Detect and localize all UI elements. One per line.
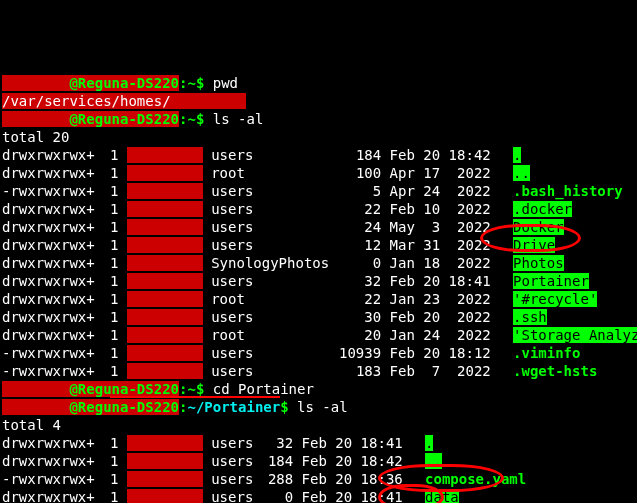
ls-links: 1 (100, 218, 118, 236)
ls-perm: drwxrwxrwx+ (2, 290, 92, 308)
redacted-block (127, 327, 203, 343)
prompt-path-home: ~ (187, 111, 195, 127)
ls-name: .docker (513, 201, 572, 217)
ls-perm: drwxrwxrwx+ (2, 488, 92, 503)
cmd-cd[interactable]: cd Portainer (213, 381, 314, 397)
ls-total-2: total 4 (2, 417, 61, 433)
ls-date: Jan 18 2022 (390, 254, 505, 272)
ls-name: . (425, 435, 433, 451)
redacted-block (127, 471, 203, 487)
redacted-block (2, 111, 69, 127)
ls-name: .. (513, 165, 530, 181)
redacted-block (127, 273, 203, 289)
redacted-block (127, 201, 203, 217)
ls-name: . (513, 147, 521, 163)
prompt-path-home: ~ (187, 381, 195, 397)
ls-group: root (211, 290, 331, 308)
ls-perm: drwxrwxrwx+ (2, 200, 92, 218)
cmd-pwd[interactable]: pwd (213, 75, 238, 91)
prompt-user-host: @Reguna-DS220 (69, 399, 179, 415)
ls-date: Feb 20 18:42 (302, 452, 417, 470)
ls-date: May 3 2022 (390, 218, 505, 236)
ls-size: 184 (261, 452, 293, 470)
redacted-block (127, 255, 203, 271)
cmd-ls-al-2[interactable]: ls -al (297, 399, 348, 415)
ls-links: 1 (100, 236, 118, 254)
ls-group: users (211, 272, 331, 290)
ls-perm: drwxrwxrwx+ (2, 218, 92, 236)
ls-group: root (211, 164, 331, 182)
ls-date: Feb 20 18:41 (302, 488, 417, 503)
prompt-path-portainer: ~/Portainer (187, 399, 280, 415)
ls-size: 183 (331, 362, 381, 380)
ls-size: 184 (331, 146, 381, 164)
redacted-block (127, 345, 203, 361)
ls-group: users (211, 200, 331, 218)
ls-date: Feb 20 18:36 (302, 470, 417, 488)
prompt-dollar: $ (280, 399, 297, 415)
prompt-user-host: @Reguna-DS220 (69, 381, 179, 397)
ls-perm: drwxrwxrwx+ (2, 146, 92, 164)
ls-perm: drwxrwxrwx+ (2, 308, 92, 326)
ls-total: total 20 (2, 129, 69, 145)
ls-links: 1 (100, 182, 118, 200)
ls-name: data (425, 489, 459, 503)
ls-perm: -rwxrwxrwx+ (2, 344, 92, 362)
redacted-block (127, 165, 203, 181)
ls-group: users (211, 218, 331, 236)
pwd-output-prefix: /var/services/homes/ (2, 93, 171, 109)
cmd-ls-al[interactable]: ls -al (213, 111, 264, 127)
ls-size: 5 (331, 182, 381, 200)
ls-name: Docker (513, 219, 564, 235)
ls-size: 22 (331, 290, 381, 308)
ls-name: .. (425, 453, 442, 469)
ls-perm: -rwxrwxrwx+ (2, 470, 92, 488)
ls-date: Feb 20 18:41 (390, 272, 505, 290)
redacted-block (171, 93, 247, 109)
ls-group: users (211, 236, 331, 254)
ls-date: Jan 24 2022 (390, 326, 505, 344)
ls-perm: -rwxrwxrwx+ (2, 362, 92, 380)
ls-group: users (211, 146, 331, 164)
redacted-block (127, 435, 203, 451)
ls-date: Feb 10 2022 (390, 200, 505, 218)
terminal-output: @Reguna-DS220:~$ pwd /var/services/homes… (2, 74, 637, 503)
prompt-user-host: @Reguna-DS220 (69, 75, 179, 91)
ls-links: 1 (100, 164, 118, 182)
redacted-block (127, 147, 203, 163)
prompt-dollar: $ (196, 111, 213, 127)
ls-perm: drwxrwxrwx+ (2, 452, 92, 470)
ls-name: Portainer (513, 273, 589, 289)
ls-links: 1 (100, 326, 118, 344)
ls-size: 10939 (331, 344, 381, 362)
ls-group: SynologyPhotos (211, 254, 331, 272)
prompt-dollar: $ (196, 381, 213, 397)
redacted-block (127, 219, 203, 235)
ls-group: users (211, 362, 331, 380)
ls-date: Feb 20 18:41 (302, 434, 417, 452)
redacted-block (127, 453, 203, 469)
ls-links: 1 (100, 254, 118, 272)
redacted-block (127, 489, 203, 503)
ls-name: .ssh (513, 309, 547, 325)
ls-name: .bash_history (513, 183, 623, 199)
ls-size: 0 (331, 254, 381, 272)
ls-date: Feb 7 2022 (390, 362, 505, 380)
ls-date: Feb 20 18:42 (390, 146, 505, 164)
ls-links: 1 (100, 488, 118, 503)
redacted-block (2, 399, 69, 415)
ls-date: Mar 31 2022 (390, 236, 505, 254)
ls-group: users (211, 452, 261, 470)
redacted-block (127, 237, 203, 253)
ls-date: Feb 20 2022 (390, 308, 505, 326)
ls-perm: drwxrwxrwx+ (2, 164, 92, 182)
redacted-block (127, 291, 203, 307)
ls-perm: drwxrwxrwx+ (2, 272, 92, 290)
ls-group: users (211, 344, 331, 362)
redacted-block (2, 75, 69, 91)
ls-group: users (211, 308, 331, 326)
ls-links: 1 (100, 344, 118, 362)
ls-links: 1 (100, 470, 118, 488)
prompt-user-host: @Reguna-DS220 (69, 111, 179, 127)
ls-name: 'Storage Analyzer' (513, 327, 637, 343)
